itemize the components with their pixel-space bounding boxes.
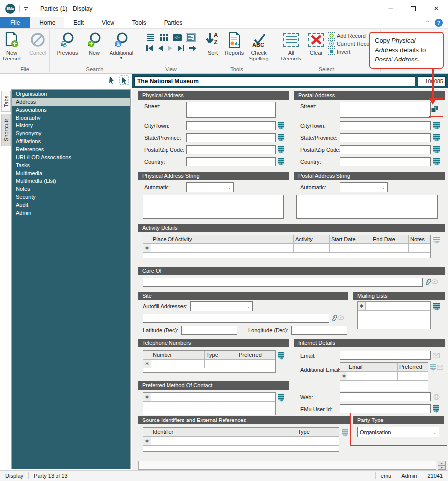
new-search-button[interactable]: New — [83, 30, 106, 56]
post-country-lookup-button[interactable] — [433, 157, 441, 166]
maximize-button[interactable] — [402, 0, 425, 17]
phys-country-lookup-button[interactable] — [277, 157, 285, 166]
collapse-ribbon-icon[interactable]: ⌃ — [426, 20, 430, 25]
side-tab-tabs[interactable]: Tabs — [1, 91, 11, 112]
phys-zip-lookup-button[interactable] — [277, 145, 285, 154]
new-row-marker[interactable]: ∗ — [143, 393, 151, 402]
post-country-input[interactable] — [340, 157, 431, 166]
preferred-contact-grid[interactable]: ∗ — [143, 392, 276, 415]
new-row-marker[interactable]: ∗ — [143, 437, 151, 446]
sidebar-item-url-lod-associations[interactable]: URL/LOD Associations — [12, 153, 130, 161]
site-view-button[interactable] — [337, 313, 345, 322]
sidebar-item-address[interactable]: Address — [12, 98, 130, 106]
phys-zip-input[interactable] — [186, 145, 276, 154]
telephone-lookup-button[interactable] — [278, 351, 285, 360]
next-record-button[interactable] — [167, 45, 173, 52]
new-row-marker[interactable]: ∗ — [340, 372, 347, 381]
sidebar-item-multimedia[interactable]: Multimedia — [12, 169, 130, 177]
tab-file[interactable]: File — [0, 17, 30, 28]
mailing-lists-lookup-button[interactable] — [433, 302, 441, 311]
grid-view-button[interactable] — [159, 33, 169, 42]
check-spelling-button[interactable]: ABC Check Spelling — [246, 30, 271, 61]
source-identifiers-lookup-button[interactable] — [341, 428, 349, 437]
spin-up-icon[interactable]: ▲ — [438, 461, 446, 465]
tab-edit[interactable]: Edit — [64, 17, 93, 28]
goto-record-button[interactable] — [188, 45, 197, 52]
invert-selection-button[interactable]: Invert — [328, 48, 374, 55]
quick-access-toolbar-button[interactable]: ▾ — [24, 7, 28, 11]
side-tab-shortcuts[interactable]: Shortcuts — [1, 114, 11, 146]
list-view-button[interactable] — [146, 33, 156, 42]
new-record-button[interactable]: New Record — [0, 30, 25, 61]
help-icon[interactable]: ? — [435, 19, 443, 27]
new-row-marker[interactable]: ∗ — [143, 244, 151, 253]
sidebar-item-organisation[interactable]: Organisation — [12, 90, 130, 98]
emu-user-id-input[interactable] — [340, 404, 431, 413]
email-input[interactable] — [340, 351, 431, 360]
post-street-input[interactable] — [340, 102, 431, 118]
additional-search-button[interactable]: & Additional ▼ — [106, 30, 137, 60]
source-identifiers-table[interactable]: Identifier Type ∗ — [143, 427, 339, 452]
emu-user-id-lookup-button[interactable] — [432, 404, 440, 413]
phys-city-lookup-button[interactable] — [277, 121, 285, 130]
post-city-input[interactable] — [340, 121, 431, 130]
web-input[interactable] — [340, 392, 431, 401]
select-all-cursor-icon[interactable] — [119, 75, 129, 85]
post-city-lookup-button[interactable] — [433, 121, 441, 130]
post-state-lookup-button[interactable] — [433, 133, 441, 142]
code-view-button[interactable]: </> — [172, 33, 182, 42]
additional-emails-table[interactable]: Email Preferred ∗ — [340, 362, 428, 391]
post-automatic-select[interactable]: ⌄ — [340, 182, 388, 192]
longitude-input[interactable] — [291, 326, 347, 335]
sidebar-item-affiliations[interactable]: Affiliations — [12, 137, 130, 145]
first-record-button[interactable] — [146, 45, 154, 52]
phys-automatic-select[interactable]: ⌄ — [186, 182, 234, 192]
tab-tools[interactable]: Tools — [123, 17, 155, 28]
sidebar-item-references[interactable]: References — [12, 145, 130, 153]
new-row-marker[interactable]: ∗ — [358, 302, 366, 311]
new-row-marker[interactable]: ∗ — [143, 360, 151, 368]
sidebar-item-associations[interactable]: Associations — [12, 106, 130, 114]
post-zip-lookup-button[interactable] — [433, 145, 441, 154]
site-input[interactable] — [143, 314, 329, 323]
additional-emails-send-button[interactable] — [436, 363, 444, 372]
form-view-button[interactable] — [186, 33, 196, 42]
phys-street-input[interactable] — [186, 102, 276, 118]
sidebar-item-audit[interactable]: Audit — [12, 201, 130, 209]
sidebar-item-tasks[interactable]: Tasks — [12, 161, 130, 169]
clear-selection-button[interactable]: Clear — [305, 30, 328, 56]
sidebar-item-multimedia-list[interactable]: Multimedia (List) — [12, 177, 130, 185]
telephone-table[interactable]: Number Type Preferred ∗ — [143, 350, 276, 373]
add-record-to-selection-button[interactable]: Add Record — [328, 32, 374, 39]
sidebar-item-synonymy[interactable]: Synonymy — [12, 129, 130, 137]
all-records-button[interactable]: All Records — [278, 30, 305, 61]
preferred-contact-lookup-button[interactable] — [278, 393, 285, 402]
tab-home[interactable]: Home — [30, 17, 64, 28]
web-open-button[interactable] — [432, 392, 440, 401]
cancel-button[interactable]: Cancel — [25, 30, 51, 56]
select-cursor-icon[interactable] — [108, 76, 115, 85]
sidebar-item-notes[interactable]: Notes — [12, 185, 130, 193]
activity-lookup-button[interactable] — [433, 236, 441, 244]
post-state-input[interactable] — [340, 133, 431, 142]
sidebar-item-history[interactable]: History — [12, 121, 130, 129]
previous-search-button[interactable]: Previous — [52, 30, 83, 56]
activity-table[interactable]: Place Of Activity Activity Start Date En… — [143, 235, 431, 258]
latitude-input[interactable] — [181, 326, 237, 335]
last-record-button[interactable] — [177, 45, 185, 52]
spin-down-icon[interactable]: ▼ — [438, 465, 446, 470]
phys-address-string-textarea[interactable] — [143, 195, 284, 219]
phys-state-lookup-button[interactable] — [277, 133, 285, 142]
previous-record-button[interactable] — [157, 45, 164, 52]
record-spinner[interactable]: ▲ ▼ — [438, 461, 446, 470]
phys-state-input[interactable] — [186, 133, 276, 142]
phys-country-input[interactable] — [186, 157, 276, 166]
post-zip-input[interactable] — [340, 145, 431, 154]
post-address-string-textarea[interactable] — [296, 195, 438, 219]
sidebar-item-admin[interactable]: Admin — [12, 209, 130, 217]
care-of-view-button[interactable] — [431, 277, 439, 286]
sort-button[interactable]: AZ Sort — [203, 30, 223, 56]
current-record-selection-button[interactable]: Current Record — [328, 40, 374, 47]
phys-city-input[interactable] — [186, 121, 276, 130]
sidebar-item-security[interactable]: Security — [12, 193, 130, 201]
